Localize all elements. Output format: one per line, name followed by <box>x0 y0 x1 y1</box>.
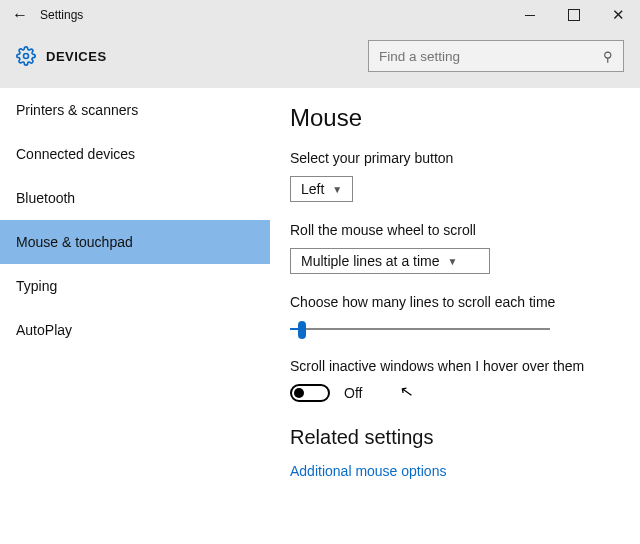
search-box[interactable]: ⚲ <box>368 40 624 72</box>
page-title: Mouse <box>290 104 620 132</box>
search-input[interactable] <box>379 49 603 64</box>
sidebar-item-label: Typing <box>16 278 57 294</box>
wheel-mode-label: Roll the mouse wheel to scroll <box>290 222 620 238</box>
primary-button-select[interactable]: Left ▼ <box>290 176 353 202</box>
minimize-button[interactable] <box>508 0 552 30</box>
wheel-mode-value: Multiple lines at a time <box>301 253 440 269</box>
sidebar-item-label: Printers & scanners <box>16 102 138 118</box>
sidebar: Printers & scanners Connected devices Bl… <box>0 88 270 544</box>
sidebar-item-typing[interactable]: Typing <box>0 264 270 308</box>
scroll-lines-slider[interactable] <box>290 320 550 338</box>
sidebar-item-printers[interactable]: Printers & scanners <box>0 88 270 132</box>
window-title: Settings <box>40 8 83 22</box>
section-title: DEVICES <box>46 49 107 64</box>
sidebar-item-connected[interactable]: Connected devices <box>0 132 270 176</box>
slider-thumb[interactable] <box>298 321 306 339</box>
title-bar: ← Settings ✕ <box>0 0 640 30</box>
sidebar-item-label: Connected devices <box>16 146 135 162</box>
sidebar-item-label: AutoPlay <box>16 322 72 338</box>
header-row: DEVICES ⚲ <box>0 30 640 88</box>
sidebar-item-label: Bluetooth <box>16 190 75 206</box>
inactive-scroll-state: Off <box>344 385 362 401</box>
inactive-scroll-label: Scroll inactive windows when I hover ove… <box>290 358 620 374</box>
content: Mouse Select your primary button Left ▼ … <box>270 88 640 544</box>
scroll-lines-label: Choose how many lines to scroll each tim… <box>290 294 620 310</box>
sidebar-item-autoplay[interactable]: AutoPlay <box>0 308 270 352</box>
sidebar-item-label: Mouse & touchpad <box>16 234 133 250</box>
svg-point-0 <box>24 54 29 59</box>
search-icon: ⚲ <box>603 49 613 64</box>
maximize-button[interactable] <box>552 0 596 30</box>
chevron-down-icon: ▼ <box>448 256 458 267</box>
additional-mouse-options-link[interactable]: Additional mouse options <box>290 463 620 479</box>
close-button[interactable]: ✕ <box>596 0 640 30</box>
wheel-mode-select[interactable]: Multiple lines at a time ▼ <box>290 248 490 274</box>
chevron-down-icon: ▼ <box>332 184 342 195</box>
primary-button-value: Left <box>301 181 324 197</box>
primary-button-label: Select your primary button <box>290 150 620 166</box>
back-button[interactable]: ← <box>0 6 40 24</box>
gear-icon <box>16 46 36 66</box>
related-heading: Related settings <box>290 426 620 449</box>
sidebar-item-bluetooth[interactable]: Bluetooth <box>0 176 270 220</box>
inactive-scroll-toggle[interactable] <box>290 384 330 402</box>
sidebar-item-mouse[interactable]: Mouse & touchpad <box>0 220 270 264</box>
